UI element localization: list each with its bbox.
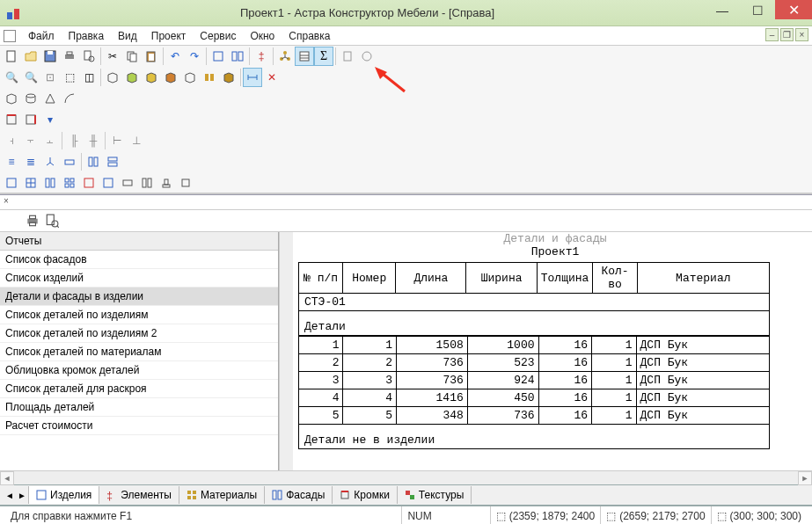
report-item[interactable]: Детали и фасады в изделии: [0, 287, 278, 306]
menu-project[interactable]: Проект: [144, 28, 194, 44]
menu-help[interactable]: Справка: [282, 28, 337, 44]
paste-icon[interactable]: [142, 47, 161, 66]
shape-box-icon[interactable]: [2, 89, 21, 108]
shape-tri-icon[interactable]: [40, 89, 60, 108]
p4-icon[interactable]: [60, 173, 79, 193]
box4-icon[interactable]: [161, 68, 180, 87]
minimize-button[interactable]: —: [705, 0, 740, 21]
report-item[interactable]: Площадь деталей: [0, 398, 278, 417]
redo-icon[interactable]: ↷: [185, 47, 204, 66]
p7-icon[interactable]: [118, 173, 137, 193]
m4-icon[interactable]: [60, 152, 79, 171]
tab-elements[interactable]: ‡Элементы: [99, 486, 179, 504]
zoom-fit-icon[interactable]: ⊡: [40, 68, 60, 87]
zoom-out-icon[interactable]: 🔍: [21, 68, 40, 87]
shape-arc-icon[interactable]: [60, 89, 79, 108]
tab-textures[interactable]: Текстуры: [398, 486, 472, 504]
al1-icon[interactable]: ⫞: [2, 131, 21, 150]
view-icon[interactable]: ⬚: [60, 68, 79, 87]
h-scrollbar[interactable]: ◄ ►: [0, 470, 812, 484]
box2-icon[interactable]: [122, 68, 142, 87]
copy-icon[interactable]: [122, 47, 142, 66]
tool-tree-icon[interactable]: [275, 47, 295, 66]
tab-edges[interactable]: Кромки: [333, 486, 398, 504]
tab-facades[interactable]: Фасады: [265, 486, 333, 504]
m3-icon[interactable]: [40, 152, 60, 171]
box6-icon[interactable]: [200, 68, 219, 87]
p2-icon[interactable]: [21, 173, 40, 193]
box3-icon[interactable]: [142, 68, 161, 87]
tab-scroll-right-icon[interactable]: ►: [16, 488, 28, 502]
print-icon[interactable]: [60, 47, 79, 66]
undo-icon[interactable]: ↶: [165, 47, 185, 66]
preview-icon[interactable]: [79, 47, 99, 66]
tool-screw-icon[interactable]: ‡: [252, 47, 271, 66]
p9-icon[interactable]: [157, 173, 176, 193]
dim-icon[interactable]: [243, 68, 262, 87]
report-item[interactable]: Список фасадов: [0, 251, 278, 269]
report-item[interactable]: Список деталей для раскроя: [0, 380, 278, 398]
al2-icon[interactable]: ⫟: [21, 131, 40, 150]
p1-icon[interactable]: [2, 173, 21, 193]
mdi-minimize[interactable]: –: [765, 28, 779, 41]
report-item[interactable]: Облицовка кромок деталей: [0, 361, 278, 380]
report-item[interactable]: Список изделий: [0, 269, 278, 287]
tool-a1[interactable]: [208, 47, 228, 66]
arrow-down-icon[interactable]: ▾: [40, 110, 60, 129]
report-item[interactable]: Расчет стоимости: [0, 417, 278, 435]
m1-icon[interactable]: ≡: [2, 152, 21, 171]
box5-icon[interactable]: [180, 68, 200, 87]
new-icon[interactable]: [2, 47, 21, 66]
al5-icon[interactable]: ╫: [84, 131, 103, 150]
al7-icon[interactable]: ⊥: [127, 131, 146, 150]
tool-list-icon[interactable]: [295, 47, 314, 66]
box1-icon[interactable]: [103, 68, 122, 87]
menu-window[interactable]: Окно: [243, 28, 282, 44]
p3-icon[interactable]: [40, 173, 60, 193]
scroll-right-icon[interactable]: ►: [798, 471, 812, 485]
menu-edit[interactable]: Правка: [62, 28, 112, 44]
report-item[interactable]: Список деталей по изделиям: [0, 306, 278, 324]
redx-icon[interactable]: ✕: [262, 68, 282, 87]
tool-b2[interactable]: [357, 47, 377, 66]
report-item[interactable]: Список деталей по изделиям 2: [0, 324, 278, 343]
report-item[interactable]: Список деталей по материалам: [0, 343, 278, 361]
al6-icon[interactable]: ⊢: [107, 131, 127, 150]
view2-icon[interactable]: ◫: [79, 68, 99, 87]
al4-icon[interactable]: ╟: [64, 131, 84, 150]
cut-icon[interactable]: ✂: [103, 47, 122, 66]
p8-icon[interactable]: [137, 173, 157, 193]
m6-icon[interactable]: [103, 152, 122, 171]
tool-a2[interactable]: [228, 47, 247, 66]
panel-print-icon[interactable]: [25, 213, 40, 229]
close-button[interactable]: ✕: [775, 0, 812, 19]
p10-icon[interactable]: [176, 173, 195, 193]
tab-products[interactable]: Изделия: [28, 486, 99, 504]
tab-scroll-left-icon[interactable]: ◄: [4, 488, 16, 502]
edge2-icon[interactable]: [21, 110, 40, 129]
save-icon[interactable]: [40, 47, 60, 66]
mdi-restore[interactable]: ❐: [780, 28, 794, 41]
tool-sigma-icon[interactable]: Σ: [314, 47, 333, 66]
shape-cyl-icon[interactable]: [21, 89, 40, 108]
m2-icon[interactable]: ≣: [21, 152, 40, 171]
panel-preview-icon[interactable]: [44, 213, 60, 229]
system-menu-icon[interactable]: [4, 30, 16, 42]
m5-icon[interactable]: [84, 152, 103, 171]
scroll-left-icon[interactable]: ◄: [0, 471, 14, 485]
menu-view[interactable]: Вид: [111, 28, 144, 44]
p5-icon[interactable]: [79, 173, 99, 193]
open-icon[interactable]: [21, 47, 40, 66]
panel-close-icon[interactable]: ×: [4, 196, 9, 206]
p6-icon[interactable]: [99, 173, 118, 193]
tab-materials[interactable]: Материалы: [179, 486, 265, 504]
maximize-button[interactable]: ☐: [740, 0, 775, 21]
box7-icon[interactable]: [219, 68, 238, 87]
menu-file[interactable]: Файл: [21, 28, 62, 44]
mdi-close[interactable]: ×: [795, 28, 808, 41]
zoom-in-icon[interactable]: 🔍: [2, 68, 21, 87]
menu-service[interactable]: Сервис: [193, 28, 243, 44]
al3-icon[interactable]: ⫠: [40, 131, 60, 150]
left-scrollbar[interactable]: [279, 232, 293, 470]
edge1-icon[interactable]: [2, 110, 21, 129]
